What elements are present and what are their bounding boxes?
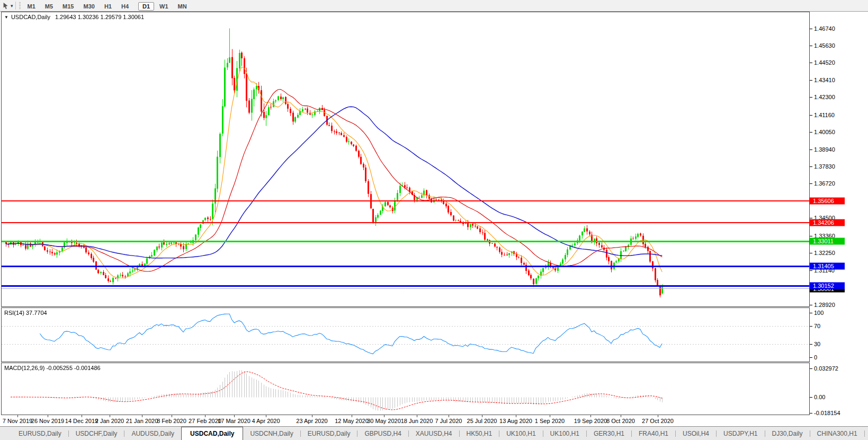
axis-tick-mark (810, 344, 812, 345)
price-tick-label: 1.38940 (814, 146, 835, 153)
axis-tick-mark (810, 166, 812, 167)
tab-usdcad-daily[interactable]: USDCAD,Daily (181, 427, 243, 440)
price-tick-label: 1.42300 (814, 94, 835, 100)
axis-tick-mark (810, 115, 812, 116)
chart-tabs: EURUSD,DailyUSDCHF,DailyAUDUSD,DailyUSDC… (12, 427, 868, 440)
timeframe-button-m15[interactable]: M15 (58, 2, 78, 11)
tab-dj30-daily[interactable]: DJ30,Daily (765, 428, 810, 439)
tab-usoil-h1[interactable]: USOil,H1 (865, 428, 868, 439)
date-tick-mark (384, 415, 384, 417)
price-tick-label: 1.44520 (814, 59, 835, 66)
price-tick-label: 1.37830 (814, 163, 835, 170)
date-tick-mark (17, 415, 18, 417)
toolbar-separator (15, 2, 16, 10)
date-tick-mark (172, 415, 172, 417)
date-tick-mark (110, 415, 110, 417)
date-tick-label: 8 Feb 2020 (157, 418, 186, 424)
macd-tick-label: 0.032972 (814, 365, 838, 372)
macd-chart-canvas[interactable] (2, 363, 809, 415)
price-line-badge: 1.34206 (810, 219, 845, 226)
date-tick-mark (82, 415, 82, 417)
tab-xauusd-h4[interactable]: XAUUSD,H4 (409, 428, 459, 439)
tab-audusd-daily[interactable]: AUDUSD,Daily (124, 428, 181, 439)
date-tick-mark (266, 415, 266, 417)
axis-tick-mark (810, 97, 812, 98)
timeframe-button-m30[interactable]: M30 (79, 2, 99, 11)
tab-eurusd-daily[interactable]: EURUSD,Daily (12, 428, 68, 439)
tab-gbpusd-h4[interactable]: GBPUSD,H4 (357, 428, 408, 439)
axis-tick-mark (810, 63, 812, 63)
tab-ger30-h1[interactable]: GER30,H1 (587, 428, 631, 439)
date-tick-label: 23 Apr 2020 (296, 418, 327, 424)
rsi-label: RSI(14) 37.7704 (4, 310, 47, 316)
date-axis[interactable]: 7 Nov 201926 Nov 201914 Dec 20192 Jan 20… (1, 415, 810, 426)
price-tick-label: 1.46740 (814, 25, 835, 32)
mt4-window: ▾ M1M5M15M30H1H4D1W1MN ▼ USDCAD,Daily 1.… (0, 0, 868, 440)
rsi-tick-label: 100 (814, 310, 824, 316)
timeframe-button-mn[interactable]: MN (174, 2, 191, 11)
axis-tick-mark (810, 132, 812, 133)
price-line-badge: 1.30152 (810, 282, 845, 289)
axis-tick-mark (810, 413, 812, 413)
macd-indicator-pane[interactable]: MACD(12,26,9) -0.005255 -0.001486 (1, 363, 810, 415)
tab-fra40-h1[interactable]: FRA40,H1 (632, 428, 675, 439)
chart-tab-bar: EURUSD,DailyUSDCHF,DailyAUDUSD,DailyUSDC… (0, 426, 868, 440)
axis-tick-mark (810, 397, 812, 398)
chevron-down-icon[interactable]: ▾ (11, 3, 13, 8)
timeframe-button-w1[interactable]: W1 (155, 2, 173, 11)
rsi-tick-label: 70 (814, 323, 820, 329)
date-tick-mark (590, 415, 591, 417)
axis-tick-mark (810, 29, 812, 29)
date-tick-mark (234, 415, 235, 417)
date-tick-mark (48, 415, 48, 417)
toolbar-grip-handle[interactable] (19, 2, 21, 10)
timeframe-button-group: M1M5M15M30H1H4D1W1MN (23, 1, 192, 11)
tab-china300-h1[interactable]: CHINA300,H1 (810, 428, 864, 439)
timeframe-button-m5[interactable]: M5 (41, 2, 57, 11)
collapse-triangle-icon[interactable]: ▼ (4, 15, 8, 20)
main-chart-pane[interactable]: ▼ USDCAD,Daily 1.29643 1.30236 1.29579 1… (1, 12, 810, 307)
tab-uk100-h1[interactable]: UK100,H1 (499, 428, 542, 439)
macd-label: MACD(12,26,9) -0.005255 -0.001486 (4, 365, 101, 371)
timeframe-button-m1[interactable]: M1 (23, 2, 40, 11)
tab-usdcnh-daily[interactable]: USDCNH,Daily (243, 428, 300, 439)
axis-tick-mark (810, 80, 812, 81)
date-tick-label: 1 Sep 2020 (535, 418, 565, 424)
candlestick-chart-canvas[interactable] (2, 12, 809, 306)
rsi-tick-label: 30 (814, 341, 820, 347)
tab-usdchf-daily[interactable]: USDCHF,Daily (69, 428, 124, 439)
tab-uk100-h1[interactable]: UK100,H1 (543, 428, 586, 439)
axis-tick-mark (810, 253, 812, 253)
tab-usoil-h4[interactable]: USOil,H4 (676, 428, 716, 439)
price-tick-label: 1.28920 (814, 302, 835, 308)
date-tick-mark (417, 415, 417, 417)
chart-ohlc-values: 1.29643 1.30236 1.29579 1.30061 (55, 14, 144, 20)
date-tick-label: 13 Aug 2020 (499, 418, 532, 424)
timeframe-button-d1[interactable]: D1 (138, 2, 154, 11)
price-tick-label: 1.41160 (814, 112, 835, 118)
date-tick-mark (142, 415, 142, 417)
macd-tick-label: 0.00 (814, 394, 825, 400)
rsi-chart-canvas[interactable] (2, 308, 809, 362)
axis-tick-mark (810, 218, 812, 218)
date-tick-label: 14 Dec 2019 (65, 418, 98, 424)
tab-hk50-h1[interactable]: HK50,H1 (460, 428, 499, 439)
price-axis[interactable]: 1.467401.456301.445201.434101.423001.411… (810, 0, 868, 440)
axis-tick-mark (810, 270, 812, 271)
date-tick-label: 7 Jul 2020 (435, 418, 462, 424)
rsi-indicator-pane[interactable]: RSI(14) 37.7704 (1, 307, 810, 362)
price-tick-label: 1.36720 (814, 180, 835, 187)
price-tick-label: 1.32250 (814, 250, 835, 256)
price-line-badge: 1.35606 (810, 198, 845, 205)
axis-tick-mark (810, 46, 812, 46)
timeframe-button-h1[interactable]: H1 (100, 2, 116, 11)
pointer-tool-icon[interactable] (2, 2, 10, 10)
axis-tick-mark (810, 357, 812, 358)
tab-usdjpy-h1[interactable]: USDJPY,H1 (717, 428, 764, 439)
tab-eurusd-daily[interactable]: EURUSD,Daily (301, 428, 357, 439)
date-tick-mark (621, 415, 621, 417)
timeframe-button-h4[interactable]: H4 (117, 2, 133, 11)
date-tick-mark (352, 415, 352, 417)
date-tick-label: 27 Feb 2020 (189, 418, 221, 424)
chart-title: ▼ USDCAD,Daily 1.29643 1.30236 1.29579 1… (4, 14, 144, 20)
